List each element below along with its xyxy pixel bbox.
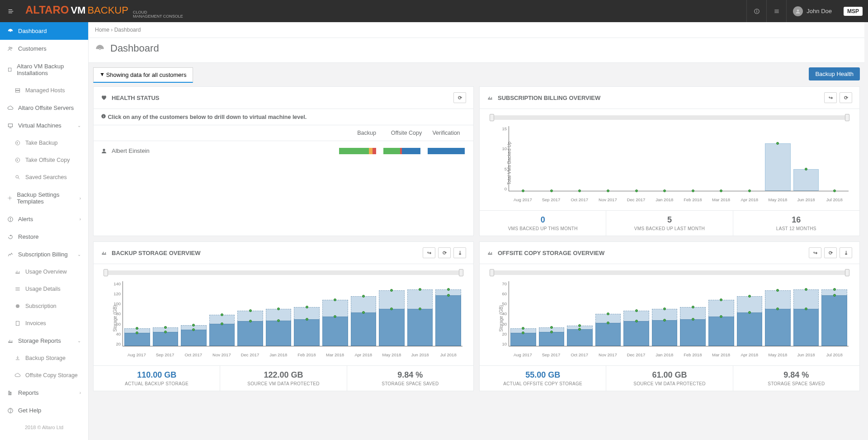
sidebar: Dashboard Customers Altaro VM Backup Ins… (0, 22, 89, 440)
offsite-storage-chart: Storage (GB) 10203040506070 Aug 2017Sep … (486, 278, 853, 359)
chevron-right-icon: › (80, 390, 81, 395)
heart-icon (101, 95, 107, 101)
health-verify-bar (428, 148, 465, 154)
export-icon[interactable]: ↪ (824, 92, 837, 103)
svg-point-33 (99, 48, 101, 50)
list-icon[interactable] (766, 0, 786, 22)
nav-restore[interactable]: Restore (0, 228, 88, 246)
download-icon[interactable]: ⤓ (840, 247, 852, 258)
svg-point-22 (10, 220, 10, 221)
brand-logo: ALTARO VM BACKUP CLOUDMANAGEMENT CONSOLE (22, 4, 183, 19)
avatar-icon (793, 6, 803, 16)
breadcrumb-home[interactable]: Home (95, 27, 109, 33)
panel-health-status: HEALTH STATUS ⟳ Click on any of the cust… (93, 86, 474, 236)
chevron-down-icon: ⌄ (77, 338, 81, 343)
refresh-icon[interactable]: ⟳ (824, 247, 837, 258)
dashboard-icon (95, 43, 105, 53)
svg-point-36 (103, 115, 104, 115)
nav-subscription[interactable]: Subscription (0, 298, 88, 315)
nav-usage-details[interactable]: Usage Details (0, 280, 88, 298)
nav-usage-overview[interactable]: Usage Overview (0, 263, 88, 280)
nav-saved-searches[interactable]: Saved Searches (0, 169, 88, 186)
page-title: Dashboard (110, 43, 159, 54)
msp-badge: MSP (844, 7, 863, 16)
nav-take-backup[interactable]: Take Backup (0, 134, 88, 151)
nav-customers[interactable]: Customers (0, 40, 88, 57)
drill-hint: Click on any of the customers below to d… (94, 109, 473, 125)
chart-range-slider[interactable] (104, 270, 463, 275)
svg-rect-12 (15, 91, 19, 93)
health-table-header: Backup Offsite Copy Verification (94, 125, 473, 141)
panel-title: OFFSITE COPY STORAGE OVERVIEW (498, 250, 604, 256)
breadcrumb: Home › Dashboard (89, 22, 864, 38)
info-icon[interactable] (746, 0, 766, 22)
copyright: 2018 © Altaro Ltd (0, 419, 88, 435)
nav-installations[interactable]: Altaro VM Backup Installations (0, 57, 88, 82)
svg-point-7 (10, 30, 11, 31)
svg-point-32 (10, 412, 10, 412)
chevron-down-icon: ⌄ (77, 252, 81, 257)
svg-point-17 (16, 175, 19, 178)
filter-customers-button[interactable]: Showing data for all customers (93, 67, 193, 83)
svg-rect-10 (8, 68, 11, 71)
svg-rect-29 (9, 391, 9, 394)
health-row[interactable]: Albert Einstein (94, 141, 473, 161)
user-menu[interactable]: John Doe (786, 0, 838, 22)
refresh-icon[interactable]: ⟳ (438, 247, 451, 258)
export-icon[interactable]: ↪ (809, 247, 821, 258)
nav-offsite-servers[interactable]: Altaro Offsite Servers (0, 99, 88, 117)
chevron-right-icon: › (80, 196, 81, 201)
svg-point-9 (11, 47, 12, 48)
nav-subscription-billing[interactable]: Subscription Billing ⌄ (0, 246, 88, 263)
health-backup-bar (339, 148, 376, 154)
chevron-right-icon: › (80, 217, 81, 222)
nav-backup-settings-templates[interactable]: Backup Settings Templates › (0, 186, 88, 210)
panel-backup-storage: BACKUP STORAGE OVERVIEW ↪ ⟳ ⤓ Storage (G… (93, 241, 474, 391)
filter-icon (100, 72, 104, 77)
chart-range-slider[interactable] (490, 115, 849, 120)
svg-point-2 (756, 9, 757, 10)
panel-title: BACKUP STORAGE OVERVIEW (112, 250, 200, 256)
svg-point-37 (103, 149, 105, 151)
chart-icon (487, 250, 493, 256)
backup-storage-chart: Storage (GB) 20406080100120140 Aug 2017S… (100, 278, 467, 359)
chart-range-slider[interactable] (490, 270, 849, 275)
svg-rect-30 (10, 392, 11, 395)
nav-offsite-copy-storage[interactable]: Offsite Copy Storage (0, 367, 88, 384)
panel-offsite-copy-storage: OFFSITE COPY STORAGE OVERVIEW ↪ ⟳ ⤓ Stor… (479, 241, 860, 391)
nav-storage-reports[interactable]: Storage Reports ⌄ (0, 332, 88, 350)
svg-point-26 (16, 304, 19, 308)
svg-line-18 (18, 178, 19, 179)
svg-rect-11 (15, 89, 19, 90)
svg-point-6 (797, 9, 799, 11)
export-icon[interactable]: ↪ (423, 247, 435, 258)
svg-point-19 (9, 198, 10, 199)
health-offsite-bar (383, 148, 420, 154)
info-icon (101, 114, 106, 119)
subscription-chart: Total VMs Backed Up 051015 Aug 2017Sep 2… (486, 123, 853, 204)
nav-managed-hosts[interactable]: Managed Hosts (0, 82, 88, 99)
chart-icon (101, 250, 107, 256)
customer-name: Albert Einstein (112, 147, 150, 154)
svg-rect-13 (8, 123, 12, 126)
refresh-icon[interactable]: ⟳ (840, 92, 852, 103)
nav-backup-storage[interactable]: Backup Storage (0, 350, 88, 367)
panel-subscription-billing: SUBSCRIPTION BILLING OVERVIEW ↪ ⟳ Total … (479, 86, 860, 236)
download-icon[interactable]: ⤓ (453, 247, 466, 258)
nav-dashboard[interactable]: Dashboard (0, 22, 88, 40)
svg-rect-27 (16, 321, 19, 325)
chevron-down-icon: ⌄ (77, 123, 81, 128)
nav-virtual-machines[interactable]: Virtual Machines ⌄ (0, 117, 88, 134)
user-icon (101, 148, 107, 154)
backup-health-button[interactable]: Backup Health (809, 67, 860, 80)
nav-take-offsite-copy[interactable]: Take Offsite Copy (0, 151, 88, 169)
nav-invoices[interactable]: Invoices (0, 315, 88, 332)
user-name: John Doe (807, 8, 832, 14)
menu-toggle[interactable] (0, 0, 22, 22)
nav-alerts[interactable]: Alerts › (0, 210, 88, 228)
nav-reports[interactable]: Reports › (0, 384, 88, 402)
refresh-icon[interactable]: ⟳ (453, 92, 466, 103)
panel-title: SUBSCRIPTION BILLING OVERVIEW (498, 95, 600, 101)
chart-icon (487, 95, 493, 101)
nav-get-help[interactable]: Get Help (0, 402, 88, 419)
